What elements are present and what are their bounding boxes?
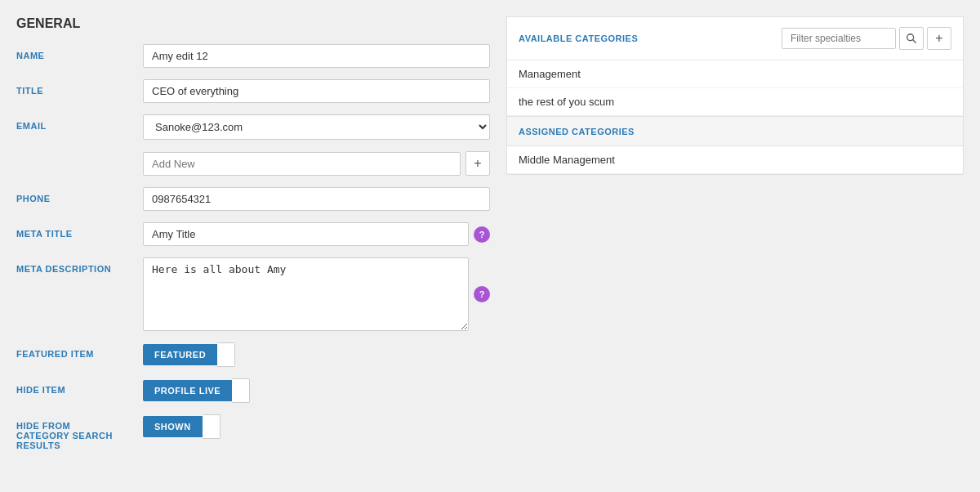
meta-title-label: META TITLE [16,222,143,239]
title-label: TITLE [16,79,143,96]
phone-input[interactable] [143,187,490,211]
meta-desc-label: META DESCRIPTION [16,257,143,274]
meta-desc-help-icon[interactable]: ? [474,286,490,302]
profile-live-button[interactable]: PROFILE LIVE [143,380,232,401]
filter-add-button[interactable]: + [927,27,951,50]
name-label: NAME [16,44,143,60]
meta-title-help-icon[interactable]: ? [474,226,490,243]
email-label: EMAIL [16,114,143,131]
available-category-list: Managementthe rest of you scum [507,60,963,116]
meta-desc-textarea[interactable]: Here is all about Amy [143,257,469,331]
title-input[interactable] [143,79,490,103]
shown-button[interactable]: SHOWN [143,416,203,437]
assigned-category-list: Middle Management [507,146,963,174]
meta-title-input[interactable] [143,222,469,246]
hide-cat-label: HIDE FROM CATEGORY SEARCH RESULTS [16,414,143,450]
email-select[interactable]: Sanoke@123.com [143,114,490,140]
add-email-input[interactable] [143,152,461,176]
filter-input[interactable] [782,28,896,49]
assigned-category-item[interactable]: Middle Management [507,146,963,174]
available-category-item[interactable]: the rest of you scum [507,88,963,116]
shown-toggle[interactable] [203,414,220,439]
filter-wrap: + [782,27,951,50]
featured-label: FEATURED ITEM [16,342,143,359]
available-category-item[interactable]: Management [507,60,963,88]
name-input[interactable] [143,44,490,68]
featured-button[interactable]: FEATURED [143,344,217,365]
add-email-button[interactable]: + [466,151,490,176]
available-categories-title: AVAILABLE CATEGORIES [519,34,638,43]
page-title: GENERAL [16,16,490,31]
filter-search-button[interactable] [899,27,924,50]
featured-toggle[interactable] [217,342,235,367]
search-icon [906,33,917,44]
svg-line-1 [913,40,916,43]
phone-label: PHONE [16,187,143,204]
assigned-categories-title: ASSIGNED CATEGORIES [519,127,635,136]
profile-live-toggle[interactable] [232,378,250,403]
hide-label: HIDE ITEM [16,378,143,395]
